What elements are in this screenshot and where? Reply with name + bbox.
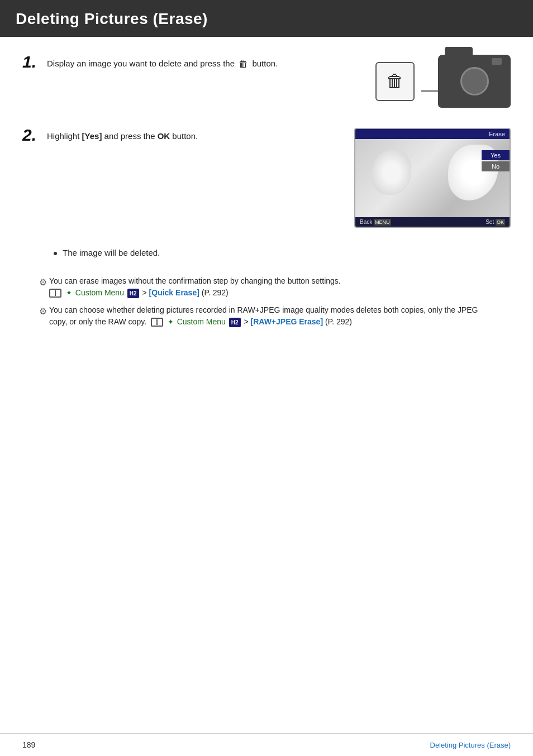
step-2-ok: OK [158, 131, 170, 141]
bullet-item: The image will be deleted. [54, 248, 511, 257]
tip-1-page-ref: (P. 292) [202, 288, 229, 297]
step-1-text-suffix: button. [252, 59, 278, 68]
step-2-prefix: Highlight [47, 131, 82, 141]
tip-2-page-ref: (P. 292) [325, 317, 352, 326]
tip-2-arrow: > [244, 317, 250, 326]
step-1-number: 1. [22, 52, 47, 71]
tip-2-gear-icon: ✦ [168, 317, 174, 328]
tip-2-icon: ⚙ [39, 305, 47, 318]
screen-yes-no: Yes No [482, 150, 510, 171]
screen-yes: Yes [482, 150, 510, 160]
camera-body [438, 55, 511, 108]
page-title: Deleting Pictures (Erase) [16, 10, 517, 28]
page-footer: 189 Deleting Pictures (Erase) [0, 733, 533, 756]
page-header: Deleting Pictures (Erase) [0, 0, 533, 37]
tip-1: ⚙ You can erase images without the confi… [39, 275, 494, 299]
step-2-yes: [Yes] [82, 131, 102, 141]
step-1-text: Display an image you want to delete and … [47, 55, 362, 71]
bullet-section: The image will be deleted. [22, 248, 511, 257]
screen-set: Set OK [486, 219, 505, 225]
tip-1-text: You can erase images without the confirm… [49, 276, 341, 285]
bullet-text: The image will be deleted. [63, 248, 160, 257]
tip-2: ⚙ You can choose whether deleting pictur… [39, 304, 494, 328]
step-2-end: button. [170, 131, 198, 141]
step-2-number: 2. [22, 126, 47, 145]
screen-photo: Yes No [355, 139, 510, 217]
screen-back: Back MENU [360, 219, 391, 225]
tip-2-custom-menu: Custom Menu [177, 317, 226, 326]
tip-1-gear-icon: ✦ [66, 288, 72, 299]
tip-1-link: [Quick Erase] [149, 288, 199, 297]
tip-1-icon: ⚙ [39, 276, 47, 289]
tip-2-content: You can choose whether deleting pictures… [49, 304, 494, 328]
tip-1-arrow: > [142, 288, 149, 297]
trash-inline-icon: 🗑 [239, 59, 248, 69]
tip-2-link: [RAW+JPEG Erase] [251, 317, 323, 326]
screen-erase-label: Erase [489, 131, 505, 137]
step-2-text: Highlight [Yes] and press the OK button. [47, 128, 341, 143]
tip-1-custom-menu: Custom Menu [75, 288, 124, 297]
camera-bump [445, 47, 473, 57]
step-2-mid: and press the [102, 131, 157, 141]
screen-topbar: Erase [355, 129, 510, 139]
flower-left [372, 150, 411, 195]
tip-1-ref-book [49, 289, 61, 298]
screen-bottombar: Back MENU Set OK [355, 217, 510, 227]
screen-no: No [482, 161, 510, 171]
footer-title: Deleting Pictures (Erase) [430, 741, 511, 749]
step-1: 1. Display an image you want to delete a… [22, 55, 511, 108]
bullet-dot [54, 252, 57, 255]
tip-1-content: You can erase images without the confirm… [49, 275, 494, 299]
tip-2-ref-book [151, 318, 163, 327]
page-number: 189 [22, 740, 35, 749]
step-1-image: 🗑 [375, 55, 511, 108]
step-2: 2. Highlight [Yes] and press the OK butt… [22, 128, 511, 228]
screen-mockup: Erase Yes No Back MENU Set OK [354, 128, 511, 228]
main-content: 1. Display an image you want to delete a… [0, 55, 533, 356]
step-1-text-prefix: Display an image you want to delete and … [47, 59, 235, 68]
step-2-image: Erase Yes No Back MENU Set OK [354, 128, 511, 228]
tip-1-badge: H2 [127, 289, 139, 298]
trash-button-visual: 🗑 [375, 62, 415, 101]
camera-flash [492, 58, 502, 65]
trash-icon: 🗑 [386, 71, 404, 92]
tips-section: ⚙ You can erase images without the confi… [22, 275, 511, 328]
tip-2-badge: H2 [229, 318, 241, 327]
